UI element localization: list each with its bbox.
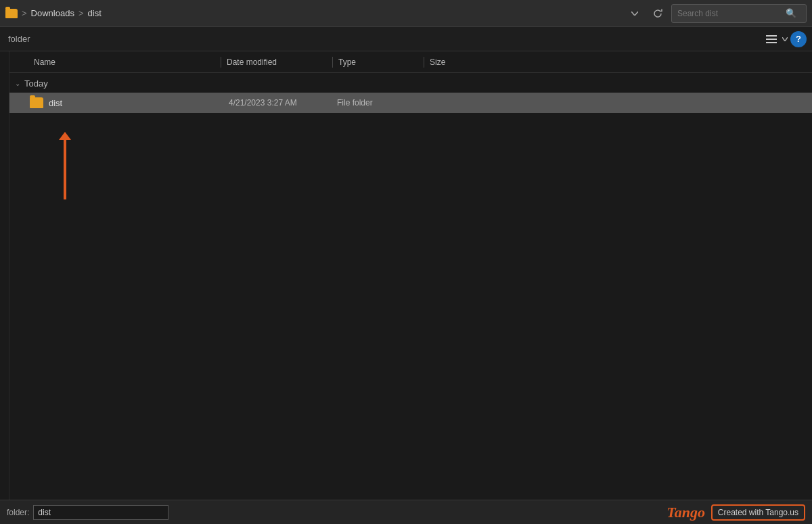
group-header-today[interactable]: ⌄ Today (9, 73, 812, 93)
column-name-header[interactable]: Name (30, 57, 219, 67)
col-separator-2 (332, 57, 333, 68)
svg-rect-1 (766, 39, 777, 40)
path-dist[interactable]: dist (88, 8, 102, 18)
address-bar: > Downloads > dist 🔍 (0, 0, 812, 27)
file-name-cell: dist (49, 98, 225, 108)
search-box[interactable]: 🔍 (671, 4, 807, 23)
col-separator-1 (221, 57, 221, 68)
svg-rect-0 (766, 35, 777, 37)
left-sidebar (0, 51, 9, 500)
path-downloads[interactable]: Downloads (31, 8, 74, 18)
status-folder-input[interactable] (33, 505, 168, 520)
column-size-header[interactable]: Size (426, 57, 493, 67)
status-folder-label: folder: (7, 508, 29, 517)
search-icon: 🔍 (786, 8, 796, 18)
file-list-area[interactable]: Name Date modified Type Size ⌄ Today dis… (9, 51, 812, 500)
created-with-tango-badge: Created with Tango.us (711, 504, 805, 521)
main-content-area: Name Date modified Type Size ⌄ Today dis… (0, 51, 812, 500)
list-view-icon (766, 35, 777, 43)
view-options-button[interactable] (762, 30, 781, 49)
path-separator-2: > (78, 8, 84, 18)
file-type-cell: File folder (333, 98, 421, 108)
col-separator-3 (424, 57, 424, 68)
file-explorer-window: > Downloads > dist 🔍 folder (0, 0, 812, 524)
breadcrumb-label: folder (5, 34, 762, 44)
table-row[interactable]: dist 4/21/2023 3:27 AM File folder (9, 93, 812, 113)
folder-icon (5, 9, 18, 18)
column-date-header[interactable]: Date modified (223, 57, 331, 67)
help-button[interactable]: ? (790, 31, 807, 47)
file-date-cell: 4/21/2023 3:27 AM (225, 98, 333, 108)
annotation-arrow (64, 139, 66, 199)
refresh-button[interactable] (648, 4, 667, 23)
column-type-header[interactable]: Type (334, 57, 422, 67)
svg-rect-2 (766, 42, 777, 43)
path-separator-1: > (22, 8, 27, 18)
search-input[interactable] (677, 9, 786, 18)
group-chevron-icon: ⌄ (15, 80, 20, 87)
tango-logo: Tango (667, 504, 705, 521)
group-label-today: Today (24, 78, 48, 89)
toolbar: folder ? (0, 27, 812, 51)
folder-item-icon (30, 97, 43, 108)
view-dropdown-icon[interactable] (782, 37, 788, 41)
chevron-down-icon (631, 11, 638, 16)
refresh-icon (653, 9, 662, 18)
address-dropdown-button[interactable] (625, 4, 644, 23)
column-headers: Name Date modified Type Size (9, 51, 812, 73)
status-bar: folder: Tango Created with Tango.us (0, 500, 812, 524)
